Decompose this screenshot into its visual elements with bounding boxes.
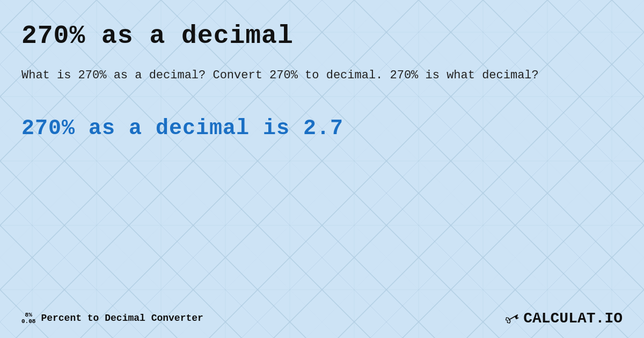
brand-name: CALCULAT.IO (523, 310, 623, 327)
footer: 8% 0.08 Percent to Decimal Converter 🗝 C… (21, 309, 623, 327)
result-section: 270% as a decimal is 2.7 (21, 116, 623, 141)
key-icon: 🗝 (502, 306, 524, 329)
fraction-denominator: 0.08 (21, 318, 35, 325)
footer-fraction: 8% 0.08 (21, 312, 35, 325)
result-title: 270% as a decimal is 2.7 (21, 116, 623, 141)
description-text: What is 270% as a decimal? Convert 270% … (21, 67, 612, 84)
fraction-numerator: 8% (25, 312, 32, 318)
page-title: 270% as a decimal (21, 21, 623, 50)
footer-left: 8% 0.08 Percent to Decimal Converter (21, 312, 203, 325)
converter-label: Percent to Decimal Converter (41, 313, 203, 324)
footer-brand: 🗝 CALCULAT.IO (505, 309, 623, 327)
